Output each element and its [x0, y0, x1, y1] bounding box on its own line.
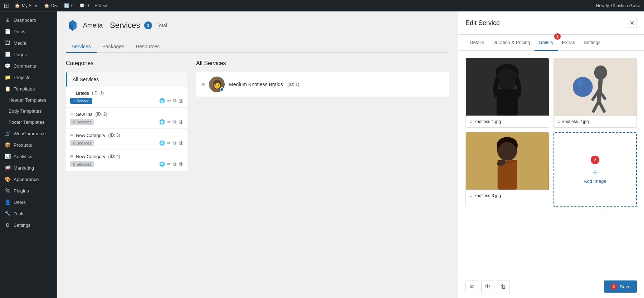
edit-icon-newcat4[interactable]: ✏ [167, 161, 171, 167]
sidebar-item-users[interactable]: 👤 Users [0, 196, 57, 208]
tab-resources[interactable]: Resources [130, 41, 165, 53]
sidebar-item-comments[interactable]: 💬 Comments [0, 60, 57, 72]
gallery-item-1[interactable]: ≡ knotless-1.jpg [465, 58, 549, 128]
gallery-content: ≡ knotless-1.jpg [458, 51, 644, 275]
add-image-button[interactable]: 2 + Add Image [553, 132, 637, 207]
globe-icon-newcat3[interactable]: 🌐 [159, 140, 165, 146]
globe-icon-sewins[interactable]: 🌐 [159, 119, 165, 125]
sidebar-item-projects[interactable]: 📁 Projects [0, 72, 57, 83]
sidebar-item-tools[interactable]: 🔧 Tools [0, 208, 57, 219]
service-avatar: 👩 [209, 77, 225, 92]
hide-icon: 👁 [485, 283, 491, 290]
edit-icon-newcat3[interactable]: ✏ [167, 140, 171, 146]
categories-col: Categories All Services ≡ Braids (ID: 1)… [66, 60, 187, 171]
add-image-cell: 2 + Add Image [553, 132, 637, 207]
globe-icon-newcat4[interactable]: 🌐 [159, 161, 165, 167]
two-col-layout: Categories All Services ≡ Braids (ID: 1)… [66, 60, 449, 171]
settings-icon: ⚙ [4, 222, 11, 228]
globe-icon-braids[interactable]: 🌐 [159, 98, 165, 104]
service-drag-handle[interactable]: ≡ [202, 82, 205, 87]
footer-actions: ⧉ 👁 🗑 [465, 280, 510, 293]
admin-bar: ⊞ 🏠 My Sites 🏠 Divi 🔄 6 💬 0 + New Howdy,… [0, 0, 644, 11]
dashboard-icon: ⊞ [4, 17, 11, 23]
delete-icon-newcat4[interactable]: 🗑 [179, 161, 183, 167]
copy-icon-sewins[interactable]: ⧉ [173, 119, 176, 125]
admin-bar-divi[interactable]: 🏠 Divi [44, 3, 58, 8]
sidebar-item-footer-templates[interactable]: Footer Templates [0, 117, 57, 128]
gallery-img-3 [466, 132, 549, 190]
category-id-sewins: (ID: 2) [95, 112, 107, 117]
admin-bar-mysites[interactable]: 🏠 My Sites [15, 3, 38, 8]
sidebar-item-header-templates[interactable]: Header Templates [0, 94, 57, 106]
category-name-newcat3: New Category [76, 133, 105, 138]
copy-icon-newcat4[interactable]: ⧉ [173, 161, 176, 167]
sidebar-item-posts[interactable]: 📄 Posts [0, 26, 57, 37]
gallery-img-3-label: ≡ knotless-3.jpg [466, 190, 549, 201]
copy-icon-braids[interactable]: ⧉ [173, 98, 176, 104]
service-status-dot [220, 87, 224, 92]
gallery-drag-icon-1[interactable]: ≡ [469, 119, 472, 124]
close-edit-panel-button[interactable]: ✕ [627, 18, 637, 28]
sidebar-item-templates[interactable]: 📋 Templates [0, 83, 57, 94]
sidebar-item-woocommerce[interactable]: 🛒 WooCommerce [0, 128, 57, 139]
gallery-tab-badge: 1 [554, 33, 561, 40]
edit-panel-tabs: Details Duration & Pricing Gallery 1 Ext… [458, 35, 644, 51]
duplicate-button[interactable]: ⧉ [465, 280, 478, 293]
edit-icon-sewins[interactable]: ✏ [167, 119, 171, 125]
gallery-drag-icon-2[interactable]: ≡ [557, 119, 560, 124]
edit-tab-details[interactable]: Details [465, 35, 488, 51]
content-inner: Amelia Services 1 Total Services Package… [57, 11, 458, 298]
gallery-item-3[interactable]: ≡ knotless-3.jpg [465, 132, 549, 207]
wp-logo-icon[interactable]: ⊞ [4, 2, 9, 10]
category-actions-newcat4: 🌐 ✏ ⧉ 🗑 [159, 161, 183, 167]
service-badge-sewins: 0 Services [70, 119, 94, 125]
sidebar-item-products[interactable]: 📦 Products [0, 139, 57, 151]
edit-tab-duration-pricing[interactable]: Duration & Pricing [488, 35, 535, 51]
save-button[interactable]: 3 Save [604, 280, 637, 293]
tab-packages[interactable]: Packages [97, 41, 130, 53]
projects-icon: 📁 [4, 74, 11, 80]
edit-tab-gallery[interactable]: Gallery 1 [535, 35, 558, 51]
sidebar-item-pages[interactable]: 📃 Pages [0, 49, 57, 60]
edit-tab-extras[interactable]: Extras [558, 35, 580, 51]
drag-handle-icon-sewins[interactable]: ≡ [70, 111, 73, 117]
delete-icon-sewins[interactable]: 🗑 [179, 119, 183, 125]
hide-button[interactable]: 👁 [481, 280, 494, 293]
content-area: Amelia Services 1 Total Services Package… [57, 11, 458, 298]
sidebar: ⊞ Dashboard 📄 Posts 🖼 Media 📃 Pages 💬 Co… [0, 11, 57, 298]
category-all-services[interactable]: All Services [66, 72, 187, 87]
admin-bar-new[interactable]: + New [94, 3, 107, 8]
tab-services[interactable]: Services [66, 41, 97, 53]
updates-icon: 🔄 [64, 3, 69, 8]
service-name: Medium Knotless Braids [229, 82, 283, 87]
edit-tab-settings[interactable]: Settings [580, 35, 605, 51]
sidebar-item-plugins[interactable]: 🔌 Plugins [0, 185, 57, 196]
drag-handle-icon-newcat4[interactable]: ≡ [70, 153, 73, 159]
copy-icon-newcat3[interactable]: ⧉ [173, 140, 176, 146]
sidebar-item-media[interactable]: 🖼 Media [0, 37, 57, 49]
drag-handle-icon[interactable]: ≡ [70, 90, 73, 96]
service-item-knotless[interactable]: ≡ 👩 Medium Knotless Braids (ID: 1) [196, 72, 449, 97]
sidebar-item-dashboard[interactable]: ⊞ Dashboard [0, 14, 57, 26]
home-icon: 🏠 [15, 3, 20, 8]
sidebar-item-body-templates[interactable]: Body Templates [0, 106, 57, 117]
admin-bar-comments[interactable]: 💬 0 [79, 3, 89, 8]
category-id-braids: (ID: 1) [92, 91, 104, 96]
sidebar-item-analytics[interactable]: 📊 Analytics [0, 151, 57, 162]
delete-button[interactable]: 🗑 [497, 280, 510, 293]
sidebar-item-marketing[interactable]: 📢 Marketing [0, 162, 57, 174]
drag-handle-icon-newcat3[interactable]: ≡ [70, 132, 73, 138]
svg-point-11 [577, 80, 582, 87]
category-actions-newcat3: 🌐 ✏ ⧉ 🗑 [159, 140, 183, 146]
sidebar-item-appearance[interactable]: 🎨 Appearance [0, 174, 57, 185]
delete-icon-braids[interactable]: 🗑 [179, 98, 183, 104]
service-badge-newcat3: 0 Services [70, 140, 94, 146]
gallery-drag-icon-3[interactable]: ≡ [469, 193, 472, 199]
edit-icon-braids[interactable]: ✏ [167, 98, 171, 104]
delete-icon-newcat3[interactable]: 🗑 [179, 140, 183, 146]
sidebar-item-settings[interactable]: ⚙ Settings [0, 219, 57, 231]
gallery-item-2[interactable]: ≡ knotless-2.jpg [553, 58, 637, 128]
all-services-col: All Services ≡ 👩 Medium Knotless Braids … [196, 60, 449, 171]
admin-bar-updates[interactable]: 🔄 6 [64, 3, 74, 8]
category-id-newcat3: (ID: 3) [108, 133, 120, 138]
